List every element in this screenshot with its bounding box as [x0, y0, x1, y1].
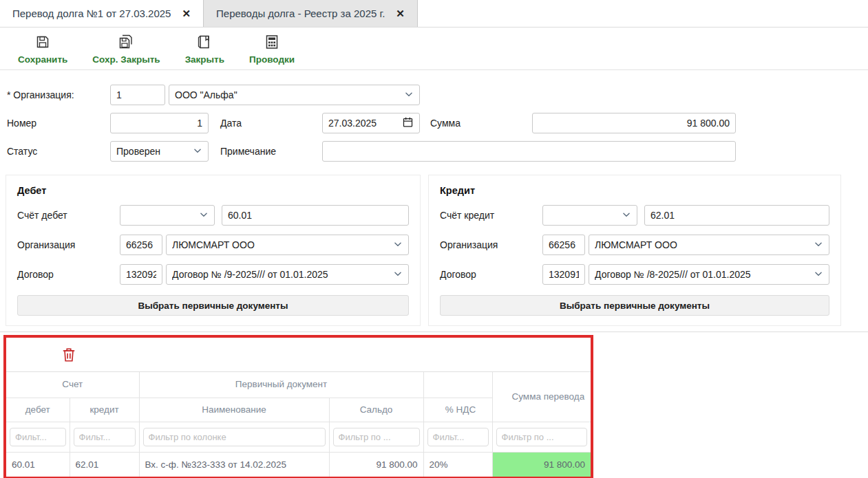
debit-credit-panels: Дебет Счёт дебет Организация ЛЮМСМАРТ ОО…	[0, 175, 868, 326]
credit-contract-label: Договор	[440, 269, 542, 280]
filter-balance-input[interactable]	[333, 428, 420, 446]
status-select-value: Проверен	[116, 146, 160, 157]
save-close-icon	[118, 34, 134, 52]
section-divider	[0, 332, 868, 332]
primary-documents-section: Счет Первичный документ Сумма перевода д…	[3, 335, 593, 478]
column-header-balance[interactable]: Сальдо	[329, 398, 423, 422]
cell-transfer-amount[interactable]: 91 800.00	[492, 452, 591, 477]
save-and-close-button-label: Сохр. Закрыть	[92, 54, 160, 65]
group-header-empty	[423, 372, 492, 398]
filter-vat-input[interactable]	[427, 428, 489, 446]
sum-input[interactable]	[532, 113, 736, 133]
primary-documents-table: Счет Первичный документ Сумма перевода д…	[6, 372, 591, 477]
tab-label: Перевод долга №1 от 27.03.2025	[12, 8, 171, 19]
credit-account-select[interactable]	[542, 205, 637, 226]
close-icon[interactable]: ✕	[396, 8, 405, 20]
calculator-icon	[264, 34, 280, 52]
tab-debt-transfer-registry[interactable]: Переводы долга - Реестр за 2025 г. ✕	[204, 0, 418, 27]
toolbar: Сохранить Сохр. Закрыть Закрыть Проводки	[0, 28, 868, 70]
debit-contract-select[interactable]: Договор № /9-2025/// от 01.01.2025	[166, 264, 409, 285]
organization-code-input[interactable]	[110, 85, 165, 105]
debit-organization-select[interactable]: ЛЮМСМАРТ ООО	[166, 235, 409, 255]
cell-vat: 20%	[423, 452, 492, 477]
filter-name-input[interactable]	[143, 428, 326, 446]
chevron-down-icon	[393, 239, 403, 251]
debit-account-select[interactable]	[120, 205, 215, 226]
debit-contract-label: Договор	[17, 269, 120, 280]
column-header-name[interactable]: Наименование	[139, 398, 329, 422]
credit-organization-code-input[interactable]	[542, 235, 585, 255]
postings-button-label: Проводки	[249, 54, 295, 65]
tab-bar: Перевод долга №1 от 27.03.2025 ✕ Перевод…	[0, 0, 868, 28]
save-button[interactable]: Сохранить	[18, 34, 67, 65]
table-toolbar	[6, 338, 591, 372]
organization-select[interactable]: ООО "Альфа"	[169, 85, 420, 105]
column-header-transfer-amount[interactable]: Сумма перевода	[492, 372, 591, 422]
credit-account-input[interactable]	[644, 205, 829, 226]
debit-account-label: Счёт дебет	[17, 210, 120, 221]
credit-organization-select[interactable]: ЛЮМСМАРТ ООО	[589, 235, 829, 255]
close-button[interactable]: Закрыть	[185, 34, 224, 65]
document-header-form: * Организация: ООО "Альфа" Номер Дата 27…	[0, 70, 868, 171]
debit-pick-primary-docs-button[interactable]: Выбрать первичные документы	[17, 295, 409, 316]
column-header-vat[interactable]: % НДС	[423, 398, 492, 422]
chevron-down-icon	[199, 210, 209, 221]
date-input[interactable]: 27.03.2025	[322, 113, 420, 133]
organization-label: * Организация:	[7, 89, 110, 100]
number-input[interactable]	[110, 113, 209, 133]
debit-account-input[interactable]	[222, 205, 409, 226]
save-button-label: Сохранить	[18, 54, 67, 65]
filter-credit-input[interactable]	[74, 428, 136, 446]
organization-select-value: ООО "Альфа"	[175, 89, 237, 100]
status-label: Статус	[7, 146, 110, 157]
credit-pick-primary-docs-button[interactable]: Выбрать первичные документы	[440, 295, 829, 316]
column-header-credit[interactable]: кредит	[70, 398, 139, 422]
date-value: 27.03.2025	[328, 118, 377, 129]
credit-account-label: Счёт кредит	[440, 210, 542, 221]
save-and-close-button[interactable]: Сохр. Закрыть	[92, 34, 160, 65]
chevron-down-icon	[404, 89, 414, 101]
filter-transfer-amount-input[interactable]	[496, 428, 587, 446]
credit-contract-code-input[interactable]	[542, 264, 585, 285]
delete-row-button[interactable]	[61, 347, 76, 365]
save-icon	[34, 34, 51, 52]
credit-title: Кредит	[440, 185, 829, 196]
cell-debit: 60.01	[6, 452, 70, 477]
debit-contract-select-value: Договор № /9-2025/// от 01.01.2025	[172, 269, 328, 280]
sum-label: Сумма	[430, 118, 532, 129]
note-label: Примечание	[220, 146, 322, 157]
debit-organization-select-value: ЛЮМСМАРТ ООО	[172, 239, 255, 250]
postings-button[interactable]: Проводки	[249, 34, 295, 65]
table-row[interactable]: 60.01 62.01 Вх. с-ф. №323-333 от 14.02.2…	[6, 452, 591, 477]
debit-panel: Дебет Счёт дебет Организация ЛЮМСМАРТ ОО…	[6, 175, 421, 326]
credit-organization-label: Организация	[440, 239, 542, 250]
debit-organization-label: Организация	[17, 239, 120, 250]
debit-title: Дебет	[17, 185, 409, 196]
tab-debt-transfer-document[interactable]: Перевод долга №1 от 27.03.2025 ✕	[0, 0, 204, 27]
note-input[interactable]	[322, 141, 736, 162]
trash-icon	[61, 355, 76, 365]
close-icon[interactable]: ✕	[182, 8, 191, 20]
number-label: Номер	[7, 118, 110, 129]
debit-organization-code-input[interactable]	[120, 235, 162, 255]
cell-credit: 62.01	[70, 452, 139, 477]
chevron-down-icon	[393, 269, 403, 281]
debit-contract-code-input[interactable]	[120, 264, 162, 285]
group-header-primary-document: Первичный документ	[139, 372, 423, 398]
calendar-icon[interactable]	[402, 116, 414, 130]
filter-debit-input[interactable]	[10, 428, 66, 446]
group-header-account: Счет	[6, 372, 139, 398]
close-button-label: Закрыть	[185, 54, 224, 65]
credit-organization-select-value: ЛЮМСМАРТ ООО	[595, 239, 677, 250]
chevron-down-icon	[814, 239, 823, 251]
chevron-down-icon	[193, 146, 202, 157]
cell-balance: 91 800.00	[329, 452, 423, 477]
chevron-down-icon	[622, 210, 631, 221]
credit-contract-select[interactable]: Договор № /8-2025/// от 01.01.2025	[589, 264, 829, 285]
chevron-down-icon	[814, 269, 823, 281]
credit-panel: Кредит Счёт кредит Организация ЛЮМСМАРТ …	[428, 175, 841, 326]
status-select[interactable]: Проверен	[110, 141, 209, 162]
tab-label: Переводы долга - Реестр за 2025 г.	[216, 8, 385, 19]
cell-doc-name: Вх. с-ф. №323-333 от 14.02.2025	[139, 452, 329, 477]
column-header-debit[interactable]: дебет	[6, 398, 70, 422]
